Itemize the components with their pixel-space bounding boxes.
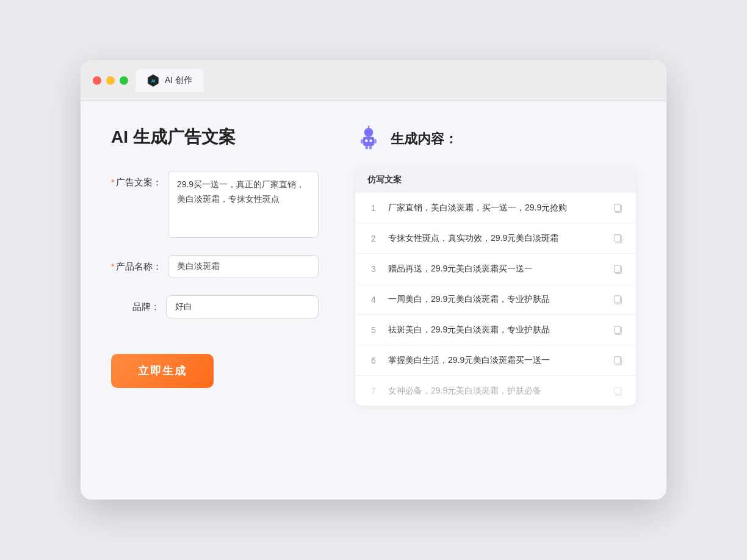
svg-rect-21 bbox=[615, 326, 621, 333]
svg-rect-15 bbox=[615, 234, 621, 242]
row-text-5: 祛斑美白，29.9元美白淡斑霜，专业护肤品 bbox=[388, 323, 604, 336]
ad-copy-group: *广告文案： 29.9买一送一，真正的厂家直销，美白淡斑霜，专抹女性斑点 bbox=[111, 171, 319, 238]
left-panel: AI 生成广告文案 *广告文案： 29.9买一送一，真正的厂家直销，美白淡斑霜，… bbox=[111, 126, 319, 467]
svg-point-2 bbox=[364, 128, 374, 137]
row-num-3: 3 bbox=[367, 264, 380, 274]
ai-tab-icon: AI bbox=[146, 74, 160, 87]
svg-rect-6 bbox=[366, 146, 369, 149]
main-content: AI 生成广告文案 *广告文案： 29.9买一送一，真正的厂家直销，美白淡斑霜，… bbox=[81, 101, 666, 492]
row-text-7: 女神必备，29.9元美白淡斑霜，护肤必备 bbox=[388, 384, 604, 397]
result-row-2: 2 专抹女性斑点，真实功效，29.9元美白淡斑霜 bbox=[355, 223, 636, 254]
row-num-4: 4 bbox=[367, 295, 380, 304]
svg-point-11 bbox=[367, 126, 370, 127]
copy-icon-1[interactable] bbox=[613, 203, 624, 214]
svg-point-9 bbox=[369, 139, 372, 142]
result-row-5: 5 祛斑美白，29.9元美白淡斑霜，专业护肤品 bbox=[355, 315, 636, 345]
row-num-2: 2 bbox=[367, 234, 380, 243]
ad-copy-input[interactable]: 29.9买一送一，真正的厂家直销，美白淡斑霜，专抹女性斑点 bbox=[168, 171, 319, 238]
minimize-button[interactable] bbox=[106, 76, 115, 85]
svg-text:AI: AI bbox=[151, 79, 156, 83]
copy-icon-7[interactable] bbox=[613, 386, 624, 397]
product-name-label: *产品名称： bbox=[111, 255, 162, 273]
product-name-group: *产品名称： bbox=[111, 255, 319, 278]
result-table: 仿写文案 1 厂家直销，美白淡斑霜，买一送一，29.9元抢购 2 专抹女性斑点，… bbox=[355, 167, 636, 406]
required-mark-ad: * bbox=[111, 177, 115, 187]
svg-rect-17 bbox=[615, 265, 621, 272]
copy-icon-2[interactable] bbox=[613, 233, 624, 244]
browser-window: AI AI 创作 AI 生成广告文案 *广告文案： 29.9买一送一，真正的厂家… bbox=[81, 60, 666, 500]
copy-icon-6[interactable] bbox=[613, 355, 624, 366]
svg-point-8 bbox=[365, 139, 368, 142]
close-button[interactable] bbox=[93, 76, 101, 85]
brand-group: 品牌： bbox=[111, 295, 319, 318]
tab-label: AI 创作 bbox=[165, 75, 192, 86]
ad-copy-label: *广告文案： bbox=[111, 171, 162, 188]
svg-rect-13 bbox=[615, 204, 621, 211]
copy-icon-3[interactable] bbox=[613, 264, 624, 275]
result-row-1: 1 厂家直销，美白淡斑霜，买一送一，29.9元抢购 bbox=[355, 193, 636, 223]
row-text-2: 专抹女性斑点，真实功效，29.9元美白淡斑霜 bbox=[388, 232, 604, 245]
row-num-6: 6 bbox=[367, 356, 380, 365]
row-text-3: 赠品再送，29.9元美白淡斑霜买一送一 bbox=[388, 262, 604, 275]
generate-button[interactable]: 立即生成 bbox=[111, 354, 214, 388]
result-row-3: 3 赠品再送，29.9元美白淡斑霜买一送一 bbox=[355, 254, 636, 284]
product-name-input[interactable] bbox=[168, 255, 319, 278]
traffic-lights bbox=[93, 76, 128, 85]
right-panel: 生成内容： 仿写文案 1 厂家直销，美白淡斑霜，买一送一，29.9元抢购 2 专… bbox=[355, 126, 636, 467]
row-text-1: 厂家直销，美白淡斑霜，买一送一，29.9元抢购 bbox=[388, 201, 604, 214]
table-header: 仿写文案 bbox=[355, 167, 636, 193]
page-title: AI 生成广告文案 bbox=[111, 126, 319, 149]
maximize-button[interactable] bbox=[120, 76, 128, 85]
result-row-4: 4 一周美白，29.9元美白淡斑霜，专业护肤品 bbox=[355, 284, 636, 315]
title-bar: AI AI 创作 bbox=[81, 60, 666, 101]
result-row-6: 6 掌握美白生活，29.9元美白淡斑霜买一送一 bbox=[355, 345, 636, 376]
row-text-4: 一周美白，29.9元美白淡斑霜，专业护肤品 bbox=[388, 293, 604, 306]
ai-tab[interactable]: AI AI 创作 bbox=[135, 69, 203, 92]
result-title: 生成内容： bbox=[391, 130, 458, 148]
row-num-5: 5 bbox=[367, 325, 380, 335]
copy-icon-5[interactable] bbox=[613, 325, 624, 336]
required-mark-product: * bbox=[111, 261, 115, 271]
row-num-1: 1 bbox=[367, 203, 380, 213]
svg-rect-23 bbox=[615, 356, 621, 364]
svg-rect-5 bbox=[374, 139, 377, 143]
svg-rect-19 bbox=[615, 295, 621, 303]
row-num-7: 7 bbox=[367, 386, 380, 396]
copy-icon-4[interactable] bbox=[613, 294, 624, 305]
brand-label: 品牌： bbox=[111, 295, 160, 313]
result-header: 生成内容： bbox=[355, 126, 636, 153]
row-text-6: 掌握美白生活，29.9元美白淡斑霜买一送一 bbox=[388, 354, 604, 367]
svg-rect-7 bbox=[369, 146, 372, 149]
svg-rect-4 bbox=[361, 139, 363, 143]
result-row-7: 7 女神必备，29.9元美白淡斑霜，护肤必备 bbox=[355, 376, 636, 406]
svg-rect-3 bbox=[363, 137, 374, 146]
brand-input[interactable] bbox=[166, 295, 319, 318]
robot-icon bbox=[355, 126, 382, 153]
svg-rect-25 bbox=[615, 387, 621, 394]
